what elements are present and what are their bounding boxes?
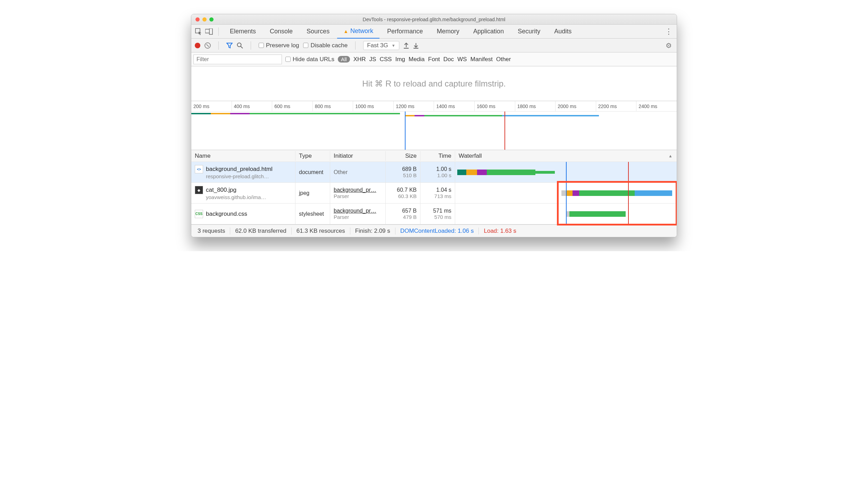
column-header-size[interactable]: Size [386,151,420,161]
timeline-tick: 400 ms [232,101,272,111]
status-bar: 3 requests 62.0 KB transferred 61.3 KB r… [191,224,677,237]
svg-line-4 [241,46,243,48]
svg-rect-2 [209,28,212,34]
table-header: Name Type Initiator Size Time Waterfall▲ [191,150,677,162]
svg-point-3 [237,43,241,47]
disable-cache-checkbox[interactable]: Disable cache [303,42,348,49]
column-header-waterfall[interactable]: Waterfall▲ [455,151,677,161]
status-requests: 3 requests [193,228,230,235]
status-load: Load: 1.63 s [479,228,521,235]
timeline-tick: 1600 ms [474,101,515,111]
type-filter-img[interactable]: Img [395,56,405,63]
filter-bar: Hide data URLs All XHR JS CSS Img Media … [191,52,677,66]
table-row[interactable]: <>background_preload.html responsive-pre… [191,162,677,183]
filmstrip-hint: Hit ⌘ R to reload and capture filmstrip. [191,66,677,101]
highlight-annotation [557,181,677,225]
timeline-tick: 2400 ms [636,101,677,111]
type-filter-css[interactable]: CSS [379,56,392,63]
column-header-type[interactable]: Type [295,151,330,161]
devtools-window: DevTools - responsive-preload.glitch.me/… [191,14,677,237]
status-dcl: DOMContentLoaded: 1.06 s [395,228,479,235]
timeline-tick: 1400 ms [434,101,474,111]
column-header-name[interactable]: Name [191,151,295,161]
timeline-tick: 2000 ms [555,101,596,111]
timeline-tick: 600 ms [272,101,312,111]
titlebar: DevTools - responsive-preload.glitch.me/… [191,14,677,25]
tab-elements[interactable]: Elements [224,25,262,39]
tab-performance[interactable]: Performance [381,25,429,39]
tab-security[interactable]: Security [511,25,546,39]
timeline-ruler: 200 ms 400 ms 600 ms 800 ms 1000 ms 1200… [191,101,677,112]
css-file-icon: CSS [195,210,203,218]
separator [251,41,251,50]
separator [355,41,356,50]
timeline-overview[interactable]: 200 ms 400 ms 600 ms 800 ms 1000 ms 1200… [191,101,677,150]
tab-console[interactable]: Console [264,25,299,39]
separator [218,27,219,36]
filter-input[interactable] [193,55,282,64]
tab-audits[interactable]: Audits [548,25,578,39]
type-filter-media[interactable]: Media [409,56,425,63]
devtools-tabs: Elements Console Sources ▲ Network Perfo… [191,25,677,39]
type-filter-doc[interactable]: Doc [443,56,454,63]
status-transferred: 62.0 KB transferred [230,228,291,235]
type-filter-xhr[interactable]: XHR [353,56,366,63]
sort-arrow-icon: ▲ [668,154,673,158]
timeline-tick: 200 ms [191,101,232,111]
preserve-log-checkbox[interactable]: Preserve log [259,42,299,49]
tab-application[interactable]: Application [467,25,510,39]
inspect-element-button[interactable] [194,27,203,36]
type-filter-ws[interactable]: WS [457,56,467,63]
hide-data-urls-checkbox[interactable]: Hide data URLs [285,56,334,63]
overflow-menu-button[interactable]: ⋮ [665,27,673,36]
tab-memory[interactable]: Memory [431,25,466,39]
timeline-tick: 800 ms [312,101,353,111]
filter-toggle-button[interactable] [226,42,233,49]
chevron-down-icon: ▼ [392,43,395,48]
record-button[interactable] [195,43,200,48]
type-filter-all[interactable]: All [338,56,350,63]
column-header-initiator[interactable]: Initiator [330,151,386,161]
clear-button[interactable] [205,42,211,49]
type-filter-font[interactable]: Font [428,56,440,63]
separator [218,41,219,50]
search-button[interactable] [237,42,243,49]
type-filter-other[interactable]: Other [496,56,511,63]
timeline-tick: 1200 ms [393,101,434,111]
status-finish: Finish: 2.09 s [350,228,395,235]
type-filter-js[interactable]: JS [369,56,376,63]
settings-button[interactable]: ⚙ [666,41,672,50]
tab-network[interactable]: ▲ Network [337,25,379,39]
device-toolbar-button[interactable] [205,27,214,36]
type-filter-manifest[interactable]: Manifest [470,56,493,63]
warning-icon: ▲ [343,28,348,34]
timeline-tick: 1000 ms [353,101,393,111]
timeline-body [191,112,677,150]
column-header-time[interactable]: Time [420,151,455,161]
status-resources: 61.3 KB resources [292,228,350,235]
throttling-select[interactable]: Fast 3G▼ [363,41,399,50]
download-har-button[interactable] [413,42,419,49]
image-file-icon: ◈ [195,186,203,194]
window-title: DevTools - responsive-preload.glitch.me/… [191,17,677,22]
upload-har-button[interactable] [403,42,409,49]
tab-sources[interactable]: Sources [300,25,336,39]
html-file-icon: <> [195,165,203,173]
timeline-tick: 2200 ms [596,101,636,111]
requests-table: Name Type Initiator Size Time Waterfall▲… [191,150,677,224]
network-toolbar: Preserve log Disable cache Fast 3G▼ ⚙ [191,39,677,52]
timeline-tick: 1800 ms [515,101,556,111]
